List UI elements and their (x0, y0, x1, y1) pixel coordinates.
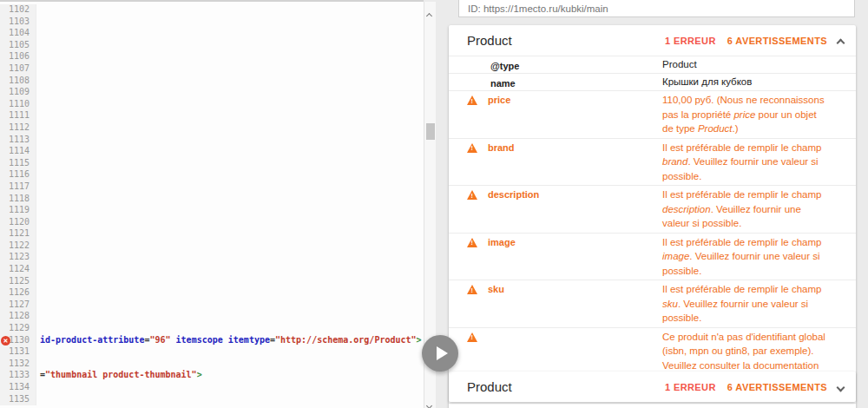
code-line-text (36, 194, 424, 206)
line-number: 1116 (0, 169, 36, 181)
report-row: skuIl est préférable de remplir le champ… (449, 280, 856, 327)
line-number: 1127 (0, 299, 36, 312)
row-field-cell: ✕ (449, 404, 662, 408)
code-line: 1122 (0, 240, 424, 253)
code-token: > (197, 370, 202, 379)
code-line: 1102 (0, 4, 424, 16)
field-value: Крышки для кубков (662, 76, 752, 87)
field-name-label: price (488, 95, 510, 106)
line-number: 1102 (0, 4, 36, 16)
code-line-text (36, 135, 424, 147)
code-line-text (36, 228, 424, 240)
code-line: 1111 (0, 110, 424, 122)
code-line: 1121 (0, 228, 424, 240)
structured-data-testing-tool: 1102110311041105110611071108110911101111… (0, 0, 868, 408)
scroll-up-icon[interactable] (427, 6, 434, 13)
row-value-cell: Vous devez indiquer offers, review ou ag… (662, 404, 856, 408)
code-line: ✕1130id-product-attribute="96" itemscope… (0, 335, 424, 347)
code-line: 1133="thumbnail product-thumbnail"> (0, 370, 424, 382)
row-value-cell: 110,00 руб. (Nous ne reconnaissons pas l… (662, 91, 856, 138)
line-number: 1120 (0, 217, 36, 229)
error-count-badge: 1 ERREUR (665, 36, 716, 46)
editor-scrollbar-thumb[interactable] (426, 123, 435, 140)
row-field-cell: @type (449, 56, 662, 73)
row-value-cell: Крышки для кубков (662, 74, 856, 90)
row-value-cell: Il est préférable de remplir le champ im… (662, 234, 856, 280)
line-number: 1106 (0, 51, 36, 63)
code-editor-pane[interactable]: 1102110311041105110611071108110911101111… (0, 0, 424, 408)
code-line-text (36, 382, 424, 394)
code-line: 1103 (0, 16, 424, 29)
report-row: descriptionIl est préférable de remplir … (449, 185, 856, 233)
report-card-header[interactable]: Product1 ERREUR6 AVERTISSEMENTS (449, 372, 856, 402)
code-line-text: id-product-attribute="96" itemscope item… (36, 335, 424, 347)
field-value: Product (662, 59, 697, 69)
code-line: 1105 (0, 40, 424, 52)
line-number: 1115 (0, 158, 36, 170)
code-line-text (36, 158, 424, 170)
report-card: Product1 ERREUR6 AVERTISSEMENTS (449, 372, 856, 402)
code-line-text (36, 87, 424, 99)
code-line: 1135 (0, 394, 424, 406)
line-number: 1119 (0, 205, 36, 217)
code-line-text (36, 40, 424, 52)
line-number: 1126 (0, 287, 36, 299)
page-id-bar: ID: https://1mecto.ru/kubki/main (458, 0, 855, 17)
code-line-text (36, 28, 424, 40)
report-card: Product1 ERREUR6 AVERTISSEMENTS@typeProd… (449, 25, 856, 408)
line-number: 1107 (0, 63, 36, 76)
code-line: 1112 (0, 122, 424, 135)
warning-count-badge: 6 AVERTISSEMENTS (727, 382, 827, 392)
message-segment: .) (733, 123, 739, 134)
field-name-label: name (490, 77, 516, 90)
code-token: "http://schema.org/Product" (275, 335, 417, 345)
code-line-text: ="thumbnail product-thumbnail"> (36, 370, 424, 382)
code-line-text (36, 63, 424, 76)
line-number: 1114 (0, 146, 36, 158)
line-number: 1122 (0, 240, 36, 253)
code-line-text (36, 205, 424, 217)
message-segment: Il est préférable de remplir le champ (662, 284, 821, 294)
row-value-cell: Il est préférable de remplir le champ sk… (662, 280, 856, 327)
warning-triangle-icon (467, 190, 477, 200)
code-line: 1114 (0, 146, 424, 158)
line-number: 1123 (0, 252, 36, 264)
run-test-play-button[interactable] (422, 335, 458, 372)
message-segment: image (662, 251, 689, 261)
warning-message: Il est préférable de remplir le champ sk… (662, 284, 821, 323)
message-segment: sku (662, 299, 678, 309)
message-segment: brand (662, 156, 687, 167)
code-line-text (36, 276, 424, 288)
error-count-badge: 1 ERREUR (665, 382, 716, 392)
code-line: 1123 (0, 252, 424, 264)
line-number: 1118 (0, 194, 36, 206)
code-line: 1125 (0, 276, 424, 288)
code-token: id-product-attribute (40, 335, 144, 345)
code-line: 1120 (0, 217, 424, 229)
message-segment: . Veuillez fournir une valeur si possibl… (662, 299, 808, 324)
field-name-label: image (488, 237, 516, 248)
message-segment: Il est préférable de remplir le champ (662, 189, 821, 200)
line-number: 1125 (0, 276, 36, 288)
line-number: 1104 (0, 28, 36, 40)
chevron-down-icon[interactable] (837, 384, 845, 392)
code-line-text (36, 217, 424, 229)
page-id-label: ID: https://1mecto.ru/kubki/main (468, 3, 608, 14)
line-number: 1121 (0, 228, 36, 240)
code-line: 1115 (0, 158, 424, 170)
line-number: 1124 (0, 264, 36, 276)
code-line: 1106 (0, 51, 424, 63)
report-row: @typeProduct (449, 56, 856, 73)
report-card-header[interactable]: Product1 ERREUR6 AVERTISSEMENTS (449, 25, 856, 56)
line-number: 1110 (0, 99, 36, 111)
code-line-text (36, 264, 424, 276)
card-title: Product (467, 379, 665, 394)
code-line: 1119 (0, 205, 424, 217)
message-segment: description (662, 204, 711, 214)
chevron-up-icon[interactable] (837, 38, 845, 47)
message-segment: Product (698, 123, 733, 134)
code-lines-container: 1102110311041105110611071108110911101111… (0, 2, 424, 405)
scroll-down-icon[interactable] (427, 396, 434, 403)
code-line-text (36, 122, 424, 135)
warning-triangle-icon (467, 143, 477, 153)
